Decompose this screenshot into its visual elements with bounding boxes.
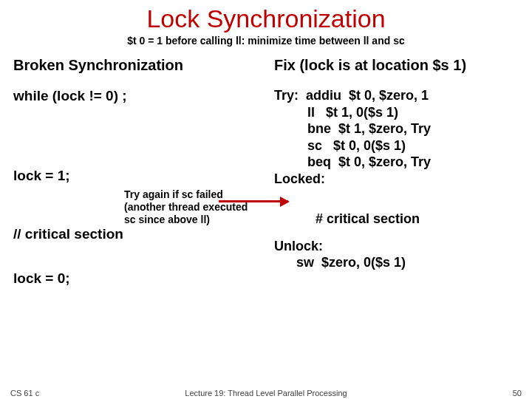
code-lock1: lock = 1; [13, 167, 258, 185]
code-unlock: Unlock: sw $zero, 0($s 1) [274, 238, 519, 271]
arrow-icon [219, 200, 288, 202]
code-critical-right: # critical section [274, 211, 519, 228]
slide-title: Lock Synchronization [0, 4, 532, 33]
subtitle-mid: : minimize time between [242, 35, 364, 47]
footer-left: CS 61 c [10, 389, 39, 398]
code-critical: // critical section [13, 225, 258, 243]
slide: Lock Synchronization $t 0 = 1 before cal… [0, 4, 532, 399]
right-column: Fix (lock is at location $s 1) Try: addi… [274, 57, 519, 292]
note-l2: (another thread executed [124, 201, 248, 213]
subtitle-prefix: $t 0 = 1 before calling [127, 35, 236, 47]
note-sc2: sc [124, 214, 136, 225]
slide-subtitle: $t 0 = 1 before calling ll: minimize tim… [0, 35, 532, 47]
subtitle-ll: ll [236, 35, 242, 47]
code-try-block: Try: addiu $t 0, $zero, 1 ll $t 1, 0($s … [274, 87, 519, 187]
spacer [13, 109, 258, 167]
footer: CS 61 c Lecture 19: Thread Level Paralle… [0, 389, 532, 398]
note-l3b: since above [136, 214, 201, 225]
left-column: Broken Synchronization while (lock != 0)… [13, 57, 258, 292]
spacer [13, 248, 258, 270]
left-heading: Broken Synchronization [13, 57, 258, 74]
code-while: while (lock != 0) ; [13, 87, 258, 105]
note-l3d: ) [206, 214, 210, 225]
note-l1a: Try again if [124, 188, 182, 200]
subtitle-sc: sc [393, 35, 405, 47]
footer-center: Lecture 19: Thread Level Parallel Proces… [0, 389, 532, 398]
annotation-note: Try again if sc failed (another thread e… [124, 188, 248, 226]
subtitle-and: and [369, 35, 393, 47]
note-sc: sc [182, 188, 194, 200]
footer-page-number: 50 [513, 389, 522, 398]
content-columns: Broken Synchronization while (lock != 0)… [0, 47, 532, 292]
note-l1c: failed [193, 188, 222, 200]
code-lock0: lock = 0; [13, 270, 258, 287]
right-heading: Fix (lock is at location $s 1) [274, 57, 519, 74]
